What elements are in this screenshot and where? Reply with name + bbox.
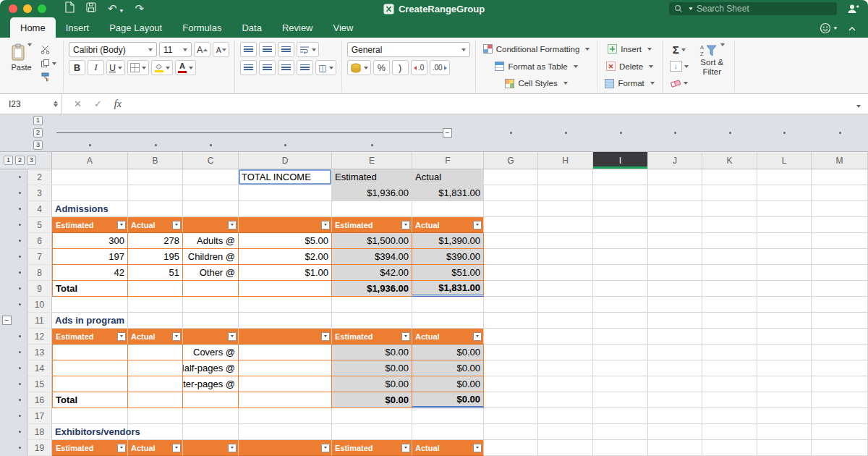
cell-B5[interactable]: Actual <box>128 217 183 233</box>
align-bottom-button[interactable] <box>278 42 294 57</box>
cell-A16[interactable]: Total <box>52 392 128 408</box>
merge-center-button[interactable]: ◫ <box>315 60 336 75</box>
filter-dropdown-button[interactable] <box>228 221 237 229</box>
cell-F13[interactable]: $0.00 <box>412 345 484 360</box>
insert-cells-button[interactable]: Insert <box>603 42 656 56</box>
column-header-f[interactable]: F <box>412 152 484 169</box>
cell-C11[interactable] <box>183 313 239 329</box>
cell-G3[interactable] <box>484 185 538 201</box>
cell-J8[interactable] <box>648 265 702 281</box>
row-header-5[interactable]: 5 <box>27 217 52 233</box>
paste-dropdown-caret[interactable] <box>27 43 32 46</box>
filter-dropdown-button[interactable] <box>117 332 126 341</box>
cell-M13[interactable] <box>812 345 868 360</box>
borders-button[interactable] <box>127 60 149 75</box>
cell-C2[interactable] <box>183 169 239 185</box>
row-outline-level-3[interactable]: 3 <box>27 156 36 165</box>
cell-F3[interactable]: $1,831.00 <box>412 185 484 201</box>
cell-G16[interactable] <box>484 392 538 408</box>
cell-D7[interactable]: $2.00 <box>239 249 332 265</box>
cell-B9[interactable] <box>128 281 183 297</box>
cell-M15[interactable] <box>812 376 868 392</box>
conditional-formatting-button[interactable]: Conditional Formatting <box>481 42 592 56</box>
cell-E13[interactable]: $0.00 <box>332 345 412 360</box>
cell-I11[interactable] <box>593 313 648 329</box>
sort-filter-button[interactable]: A Z Sort & Filter <box>695 42 729 90</box>
column-header-i[interactable]: I <box>593 152 648 169</box>
cell-M3[interactable] <box>812 185 868 201</box>
cell-B7[interactable]: 195 <box>128 249 183 265</box>
cell-D15[interactable] <box>239 376 332 392</box>
format-painter-button[interactable] <box>39 71 58 83</box>
align-right-button[interactable] <box>278 60 294 75</box>
cell-E19[interactable]: Estimated <box>332 440 412 456</box>
copy-dropdown-caret[interactable] <box>52 62 56 65</box>
italic-button[interactable]: I <box>88 60 104 75</box>
increase-decimal-button[interactable]: .0 <box>411 60 427 75</box>
formula-input[interactable] <box>133 94 847 114</box>
cell-M18[interactable] <box>812 424 868 440</box>
cell-G6[interactable] <box>484 233 538 249</box>
cell-C3[interactable] <box>183 185 239 201</box>
row-header-19[interactable]: 19 <box>27 440 52 456</box>
cell-E16[interactable]: $0.00 <box>332 392 412 408</box>
bold-button[interactable]: B <box>69 60 85 75</box>
cell-C9[interactable] <box>183 281 239 297</box>
align-left-button[interactable] <box>240 60 257 75</box>
column-outline-level-2[interactable]: 2 <box>33 128 43 138</box>
cell-F10[interactable] <box>412 297 484 313</box>
cell-I2[interactable] <box>593 169 648 185</box>
cell-G10[interactable] <box>484 297 538 313</box>
font-color-button[interactable]: A <box>175 60 196 75</box>
feedback-smiley-button[interactable] <box>820 22 838 34</box>
cell-H16[interactable] <box>538 392 593 408</box>
cell-J14[interactable] <box>648 360 702 376</box>
cell-J2[interactable] <box>648 169 702 185</box>
cell-L16[interactable] <box>757 392 812 408</box>
cell-I19[interactable] <box>593 440 648 456</box>
column-header-d[interactable]: D <box>239 152 332 169</box>
cell-A10[interactable] <box>52 297 128 313</box>
cell-C13[interactable]: Covers @ <box>183 345 239 360</box>
cell-C4[interactable] <box>183 201 239 217</box>
cell-M14[interactable] <box>812 360 868 376</box>
cell-H12[interactable] <box>538 329 593 345</box>
cell-M8[interactable] <box>812 265 868 281</box>
cell-A7[interactable]: 197 <box>52 249 128 265</box>
cell-E10[interactable] <box>332 297 412 313</box>
cell-A2[interactable] <box>52 169 128 185</box>
filter-dropdown-button[interactable] <box>117 444 126 452</box>
cell-C15[interactable]: Quarter-pages @ <box>183 376 239 392</box>
cell-A11[interactable]: Ads in program <box>52 313 128 329</box>
cell-E9[interactable]: $1,936.00 <box>332 281 412 297</box>
cell-B11[interactable] <box>128 313 183 329</box>
cell-B12[interactable]: Actual <box>128 329 183 345</box>
tab-page-layout[interactable]: Page Layout <box>99 17 172 38</box>
tab-review[interactable]: Review <box>272 17 323 38</box>
cell-G18[interactable] <box>484 424 538 440</box>
row-outline-level-1[interactable]: 1 <box>4 156 13 165</box>
filter-dropdown-button[interactable] <box>473 444 482 452</box>
column-header-g[interactable]: G <box>484 152 538 169</box>
cell-D9[interactable] <box>239 281 332 297</box>
cell-H8[interactable] <box>538 265 593 281</box>
delete-cells-button[interactable]: ✕ Delete <box>603 59 656 74</box>
cell-E12[interactable]: Estimated <box>332 329 412 345</box>
cell-K8[interactable] <box>702 265 757 281</box>
column-outline-level-3[interactable]: 3 <box>33 140 43 150</box>
cell-I9[interactable] <box>593 281 648 297</box>
clear-button[interactable] <box>668 75 691 90</box>
save-button[interactable] <box>86 2 96 15</box>
cell-J4[interactable] <box>648 201 702 217</box>
cell-B13[interactable] <box>128 345 183 360</box>
row-header-16[interactable]: 16 <box>27 392 52 408</box>
cell-D18[interactable] <box>239 424 332 440</box>
undo-button[interactable]: ↶ <box>108 2 124 15</box>
cell-styles-button[interactable]: Cell Styles <box>481 76 592 90</box>
cell-E2[interactable]: Estimated <box>332 169 412 185</box>
cell-J16[interactable] <box>648 392 702 408</box>
cell-K5[interactable] <box>702 217 757 233</box>
close-window-button[interactable] <box>9 4 17 13</box>
cell-E8[interactable]: $42.00 <box>332 265 412 281</box>
cell-G9[interactable] <box>484 281 538 297</box>
